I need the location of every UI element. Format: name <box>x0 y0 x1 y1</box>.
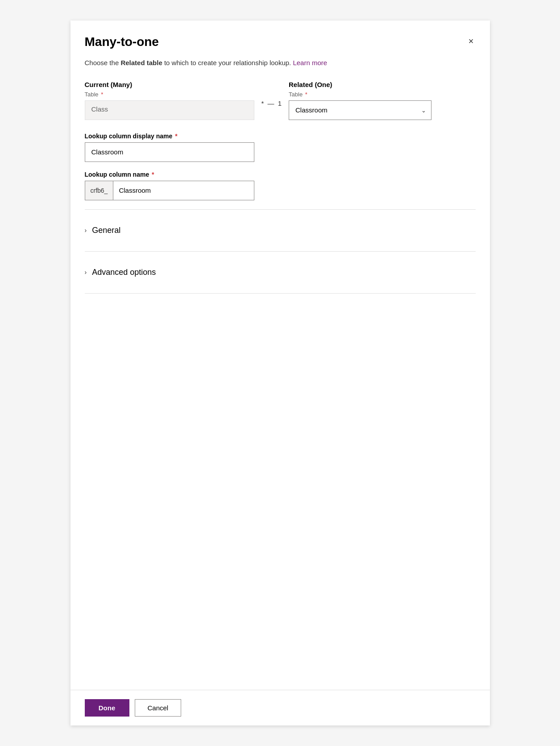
current-section-heading: Current (Many) <box>85 81 254 88</box>
dialog: Many-to-one × Choose the Related table t… <box>71 21 490 725</box>
lookup-display-name-label: Lookup column display name * <box>85 133 476 140</box>
lookup-display-name-group: Lookup column display name * <box>85 133 476 162</box>
current-table-required: * <box>101 91 103 98</box>
relation-connector: * — 1 <box>254 99 289 107</box>
lookup-column-name-input[interactable] <box>113 181 253 200</box>
connector-star: * <box>261 99 264 107</box>
advanced-section: › Advanced options <box>85 261 476 284</box>
dialog-header: Many-to-one × <box>85 35 476 49</box>
lookup-prefix: crfb6_ <box>85 181 114 200</box>
related-table-required: * <box>305 91 307 98</box>
description: Choose the Related table to which to cre… <box>85 58 476 68</box>
cancel-button[interactable]: Cancel <box>135 699 182 717</box>
advanced-section-toggle[interactable]: › Advanced options <box>85 264 476 281</box>
lookup-column-name-wrapper: crfb6_ <box>85 181 254 200</box>
description-text-before: Choose the <box>85 59 121 66</box>
tables-row: Current (Many) Table * Class * — 1 Relat… <box>85 81 476 120</box>
general-section-toggle[interactable]: › General <box>85 222 476 239</box>
general-section-title: General <box>92 226 120 235</box>
divider-1 <box>85 209 476 210</box>
advanced-section-title: Advanced options <box>92 268 156 277</box>
lookup-display-name-input[interactable] <box>85 142 254 162</box>
general-section: › General <box>85 219 476 242</box>
divider-3 <box>85 293 476 294</box>
dialog-footer: Done Cancel <box>71 690 490 725</box>
chevron-right-icon-2: › <box>85 269 87 276</box>
connector-dash: — <box>265 99 276 107</box>
current-table-section: Current (Many) Table * Class <box>85 81 254 120</box>
dialog-title: Many-to-one <box>85 35 159 49</box>
lookup-column-name-required: * <box>152 171 154 178</box>
related-table-label: Table * <box>289 91 431 98</box>
current-table-label: Table * <box>85 91 254 98</box>
related-section-heading: Related (One) <box>289 81 431 88</box>
connector-one: 1 <box>278 99 282 107</box>
description-text-after: to which to create your relationship loo… <box>164 59 291 66</box>
description-bold: Related table <box>120 59 162 66</box>
chevron-right-icon: › <box>85 227 87 234</box>
related-table-select-wrapper: Classroom ⌄ <box>289 100 431 120</box>
learn-more-link[interactable]: Learn more <box>293 59 327 66</box>
close-button[interactable]: × <box>467 35 476 47</box>
lookup-display-name-required: * <box>175 133 177 140</box>
related-table-section: Related (One) Table * Classroom ⌄ <box>289 81 431 120</box>
current-table-input: Class <box>85 100 254 120</box>
lookup-column-name-label: Lookup column name * <box>85 171 476 178</box>
related-table-select[interactable]: Classroom <box>289 100 431 120</box>
lookup-column-name-group: Lookup column name * crfb6_ <box>85 171 476 200</box>
done-button[interactable]: Done <box>85 699 129 717</box>
dialog-content: Many-to-one × Choose the Related table t… <box>71 21 490 690</box>
divider-2 <box>85 251 476 252</box>
